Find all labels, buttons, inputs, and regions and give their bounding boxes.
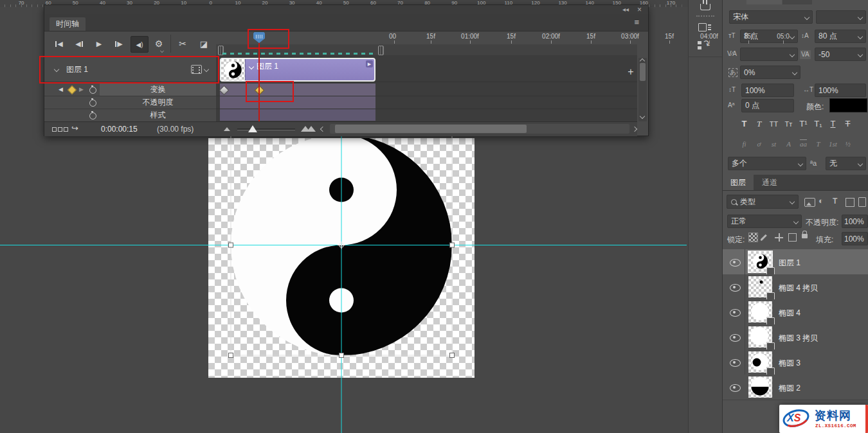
layer-thumbnail[interactable] (748, 376, 772, 398)
faux-italic-button[interactable]: T (752, 118, 766, 130)
ot-discretionary-button[interactable]: st (766, 139, 781, 149)
layer-row[interactable]: 椭圆 4 拷贝 (723, 274, 868, 300)
filter-type-layers-icon[interactable]: T (833, 197, 837, 206)
prop-label-cell[interactable]: 不透明度 (100, 96, 216, 109)
stopwatch-icon[interactable] (89, 100, 96, 107)
tsume-select[interactable]: 0% (740, 66, 800, 79)
prop-label-cell[interactable]: 样式 (100, 109, 216, 121)
zoom-slider-track[interactable] (237, 128, 295, 130)
filter-shape-layers-icon[interactable] (845, 198, 854, 209)
keyframe-start-diamond[interactable] (219, 85, 230, 96)
subscript-button[interactable]: T₁ (811, 118, 826, 130)
visibility-eye-icon[interactable] (730, 359, 741, 367)
timeline-settings-button[interactable]: ⚙ (150, 36, 167, 51)
layer-thumbnail[interactable] (748, 301, 772, 323)
zoom-slider-thumb[interactable] (248, 125, 257, 132)
ot-stylistic-button[interactable]: aa (796, 139, 811, 149)
lock-pixels-icon[interactable] (763, 233, 764, 244)
ot-fractions-button[interactable]: ½ (840, 139, 855, 149)
ot-titling-button[interactable]: T (811, 139, 826, 149)
strikethrough-button[interactable]: T (840, 118, 855, 130)
layer-clip[interactable]: 图层 1 ▶ (220, 58, 375, 82)
prev-keyframe-arrow[interactable]: ◀ (59, 84, 63, 96)
transform-keyframe-track[interactable] (220, 84, 375, 96)
layer-row[interactable]: 椭圆 3 (723, 349, 868, 375)
prop-label-cell[interactable]: 变换 (100, 84, 216, 96)
paragraph-panel-tab-stub[interactable] (782, 0, 812, 4)
small-caps-button[interactable]: Tᴛ (781, 118, 796, 130)
close-panel-icon[interactable]: × (637, 6, 642, 13)
ot-contextual-button[interactable]: ơ (752, 139, 766, 149)
timeline-titlebar[interactable]: ◂◂ × (44, 5, 648, 15)
layer-row[interactable]: 椭圆 2 (723, 375, 868, 400)
visibility-eye-icon[interactable] (730, 284, 741, 292)
ot-swash-button[interactable]: A (781, 139, 796, 149)
add-keyframe-diamond[interactable] (68, 85, 77, 94)
canvas-document[interactable] (208, 138, 475, 378)
timeline-hscrollbar[interactable] (330, 124, 629, 134)
ot-ordinals-button[interactable]: 1st (826, 139, 840, 149)
flipbook-export-icon[interactable]: ↪ (71, 123, 78, 133)
collapse-panel-icon[interactable]: ◂◂ (622, 6, 629, 13)
filter-smart-objects-icon[interactable] (858, 197, 866, 209)
transition-button[interactable]: ◪ (195, 36, 212, 51)
language-select[interactable]: 多个 (728, 157, 806, 170)
blend-mode-select[interactable]: 正常 (727, 215, 802, 228)
tab-timeline[interactable]: 时间轴 (50, 17, 86, 31)
faux-bold-button[interactable]: T (737, 118, 752, 130)
fill-field[interactable]: 100% (842, 232, 868, 245)
scroll-down-icon[interactable] (640, 114, 645, 119)
timeline-ruler[interactable]: 0015f01:00f15f02:00f15f03:00f15f04:00f15… (216, 31, 637, 45)
previous-frame-button[interactable]: ◀ (71, 36, 87, 51)
underline-button[interactable]: T (826, 118, 840, 130)
layer-row[interactable]: 图层 1 (723, 249, 868, 275)
superscript-button[interactable]: T¹ (796, 118, 811, 130)
timeline-vscrollbar[interactable] (638, 58, 647, 121)
visibility-eye-icon[interactable] (730, 334, 741, 342)
layer-thumbnail[interactable] (748, 326, 772, 348)
lock-position-icon[interactable] (775, 233, 783, 244)
opacity-field[interactable]: 100% (842, 215, 868, 228)
visibility-eye-icon[interactable] (730, 384, 741, 392)
lock-transparency-icon[interactable] (748, 233, 758, 245)
track-type-dropdown-icon[interactable] (204, 67, 209, 72)
filter-pixel-layers-icon[interactable] (804, 198, 815, 209)
zoom-in-mountain-icon[interactable] (307, 126, 316, 132)
3d-panel-icon[interactable] (698, 23, 707, 31)
clip-menu-button[interactable]: ▶ (366, 60, 373, 67)
tab-layers[interactable]: 图层 (723, 175, 754, 190)
hscrollbar-thumb[interactable] (335, 125, 527, 133)
chevron-down-icon[interactable] (249, 64, 254, 69)
layer-filter-select[interactable]: 类型 (727, 195, 799, 209)
visibility-eye-icon[interactable] (730, 259, 741, 267)
play-button[interactable]: ▶ (91, 36, 107, 51)
scroll-right-icon[interactable] (632, 127, 637, 132)
kerning-select[interactable] (740, 48, 798, 61)
tab-channels[interactable]: 通道 (754, 175, 785, 190)
layer-thumbnail[interactable] (748, 276, 772, 297)
stopwatch-icon[interactable] (89, 112, 96, 119)
audio-toggle-button[interactable]: ◀) (131, 36, 149, 53)
filter-adjustment-layers-icon[interactable]: ◐ (818, 196, 824, 206)
layer-row[interactable]: 椭圆 3 拷贝 (723, 324, 868, 350)
zoom-out-mountain-icon[interactable] (224, 127, 230, 131)
antialias-select[interactable]: 无 (826, 157, 866, 170)
current-timecode[interactable]: 0:00:00:15 (101, 125, 138, 134)
tracking-select[interactable]: -50 (815, 48, 866, 61)
next-keyframe-arrow[interactable]: ▶ (79, 84, 84, 96)
leading-select[interactable]: 80 点 (815, 30, 866, 43)
lock-all-icon[interactable] (802, 229, 808, 241)
next-frame-button[interactable]: ▶ (111, 36, 127, 51)
first-frame-button[interactable]: ◀ (51, 36, 68, 51)
layer-row[interactable]: 椭圆 4 (723, 299, 868, 325)
visibility-eye-icon[interactable] (730, 309, 741, 317)
add-media-button[interactable]: + (625, 66, 637, 78)
font-style-select[interactable] (816, 10, 866, 24)
font-family-select[interactable]: 宋体 (729, 10, 813, 24)
horizontal-scale-field[interactable]: 100% (815, 84, 866, 97)
dock-drag-handle[interactable] (696, 15, 714, 17)
render-frames-icon[interactable] (52, 127, 68, 132)
layer-thumbnail[interactable] (748, 251, 772, 272)
split-clip-button[interactable]: ✂ (174, 36, 191, 51)
history-panel-icon[interactable]: ↷ (698, 40, 713, 50)
